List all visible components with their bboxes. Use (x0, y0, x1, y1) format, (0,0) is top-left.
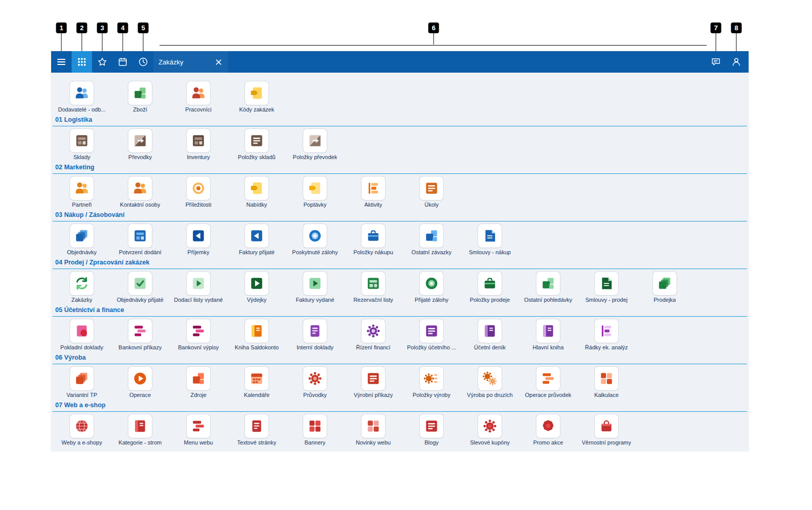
app-tile[interactable]: Partneři (53, 176, 111, 208)
app-tile[interactable]: Sklady (53, 129, 111, 161)
menu-button[interactable] (51, 51, 72, 73)
app-tile[interactable]: Kódy zakázek (228, 81, 286, 113)
callout-1: 1 (56, 23, 67, 51)
app-tile[interactable]: Aktivity (344, 176, 402, 208)
app-tile[interactable]: Kalkulace (577, 367, 636, 398)
favorites-button[interactable] (92, 51, 112, 73)
user-button[interactable] (726, 51, 747, 73)
callout-badge: 1 (56, 23, 67, 33)
apps-button[interactable] (72, 51, 92, 73)
app-tile-label: Sklady (73, 154, 90, 161)
app-tile-label: Ostatní závazky (412, 249, 452, 256)
app-tile[interactable]: Objednávky přijaté (111, 272, 169, 303)
bars-icon (128, 319, 152, 343)
app-tile[interactable]: Weby a e-shopy (53, 414, 111, 446)
app-tile-label: Zdroje (190, 392, 206, 398)
app-tile[interactable]: Věrnostní programy (577, 414, 636, 446)
flags-icon (362, 176, 385, 200)
callout-badge: 8 (731, 23, 742, 33)
app-tile[interactable]: Příležitosti (169, 176, 228, 208)
app-tile[interactable]: Položky nákupu (344, 224, 402, 256)
check-icon (128, 272, 152, 295)
app-tile[interactable]: Zboží (111, 81, 169, 113)
app-tile[interactable]: Řízení financí (344, 319, 402, 351)
app-tile[interactable]: Menu webu (169, 414, 228, 446)
app-tile[interactable]: Poskytnuté zálohy (286, 224, 344, 256)
app-tile[interactable]: Kniha Saldokonto (228, 319, 286, 351)
calendar-button[interactable] (112, 51, 133, 73)
app-tile[interactable]: Ostatní pohledávky (519, 272, 577, 303)
app-tile[interactable]: Hlavní kniha (519, 319, 577, 351)
app-tile[interactable]: Účetní deník (461, 319, 519, 351)
app-tile[interactable]: Prodejka (636, 272, 694, 303)
app-tile-label: Blogy (424, 439, 439, 446)
app-tile[interactable]: Novinky webu (344, 414, 402, 446)
callout-connector-line (716, 33, 716, 51)
callout-5: 5 (138, 23, 149, 51)
app-tile[interactable]: Výrobní příkazy (344, 367, 402, 398)
tab-zakazky[interactable]: Zakázky (153, 51, 228, 73)
app-tile[interactable]: Položky převodek (286, 129, 344, 161)
play-left-icon (187, 224, 210, 248)
app-tile[interactable]: Převodky (111, 129, 169, 161)
app-tile[interactable]: Pracovníci (169, 81, 228, 113)
app-tile[interactable]: Smlouvy - nákup (461, 224, 519, 256)
app-tile[interactable]: Ostatní závazky (402, 224, 461, 256)
people-icon (70, 176, 94, 200)
feedback-button[interactable] (706, 51, 726, 73)
app-tile[interactable]: Úkoly (402, 176, 461, 208)
app-tile[interactable]: Slevové kupóny (461, 414, 519, 446)
app-tile[interactable]: Nabídky (228, 176, 286, 208)
app-tile-label: Partneři (72, 202, 92, 208)
play-circle-icon (128, 367, 152, 390)
app-tile[interactable]: Zdroje (169, 367, 228, 398)
app-tile[interactable]: Výroba po druzích (461, 367, 519, 398)
app-tile[interactable]: Variantní TP (53, 367, 111, 398)
app-tile[interactable]: Bannery (286, 414, 344, 446)
history-button[interactable] (133, 51, 153, 73)
callout-badge: 6 (428, 23, 439, 33)
app-tile[interactable]: Výdejky (228, 272, 286, 303)
app-tile[interactable]: Promo akce (519, 414, 577, 446)
group-tiles: Variantní TP Operace Zdroje Kalendáře Pr… (53, 364, 747, 400)
app-tile[interactable]: Příjemky (169, 224, 228, 256)
app-tile[interactable]: Položky účetního ... (402, 319, 461, 351)
app-tile[interactable]: Kontaktní osoby (111, 176, 169, 208)
app-tile[interactable]: Přijaté zálohy (402, 272, 461, 303)
app-tile[interactable]: Objednávky (53, 224, 111, 256)
app-tile[interactable]: Smlouvy - prodej (577, 272, 636, 303)
app-tile[interactable]: Položky prodeje (461, 272, 519, 303)
app-tile[interactable]: Průvodky (286, 367, 344, 398)
app-tile[interactable]: Dodavatelé - odb... (53, 81, 111, 113)
app-tile[interactable]: Zakázky (53, 272, 111, 303)
app-tile[interactable]: Položky skladů (228, 129, 286, 161)
app-tile-label: Promo akce (533, 439, 563, 446)
app-tile-label: Příležitosti (186, 202, 212, 208)
app-tile[interactable]: Operace průvodek (519, 367, 577, 398)
app-tile[interactable]: Kategorie - strom (111, 414, 169, 446)
close-icon[interactable] (214, 57, 223, 66)
module-group: 05 Účetnictví a finance Pokladní doklady… (53, 304, 747, 352)
app-tile[interactable]: Interní doklady (286, 319, 344, 351)
app-tile-label: Kniha Saldokonto (235, 344, 279, 351)
app-tile[interactable]: Řádky ek. analýz (577, 319, 636, 351)
app-tile[interactable]: Bankovní příkazy (111, 319, 169, 351)
app-tile[interactable]: Poptávky (286, 176, 344, 208)
app-tile[interactable]: Kalendáře (228, 367, 286, 398)
app-tile[interactable]: Textové stránky (228, 414, 286, 446)
app-tile[interactable]: Faktury přijaté (228, 224, 286, 256)
app-tile[interactable]: Inventury (169, 129, 228, 161)
app-tile[interactable]: Dodací listy vydané (169, 272, 228, 303)
app-tile[interactable]: Rezervační listy (344, 272, 402, 303)
split-icon (128, 129, 152, 152)
app-tile[interactable]: Operace (111, 367, 169, 398)
app-tile[interactable]: Blogy (402, 414, 461, 446)
tagdoc-icon (245, 176, 268, 200)
app-tile-label: Úkoly (424, 202, 439, 208)
app-tile[interactable]: Položky výroby (402, 367, 461, 398)
app-tile[interactable]: Faktury vydané (286, 272, 344, 303)
app-tile[interactable]: Pokladní doklady (53, 319, 111, 351)
list-icon (420, 176, 443, 200)
app-tile[interactable]: Potvrzení dodání (111, 224, 169, 256)
app-tile[interactable]: Bankovní výpisy (169, 319, 228, 351)
